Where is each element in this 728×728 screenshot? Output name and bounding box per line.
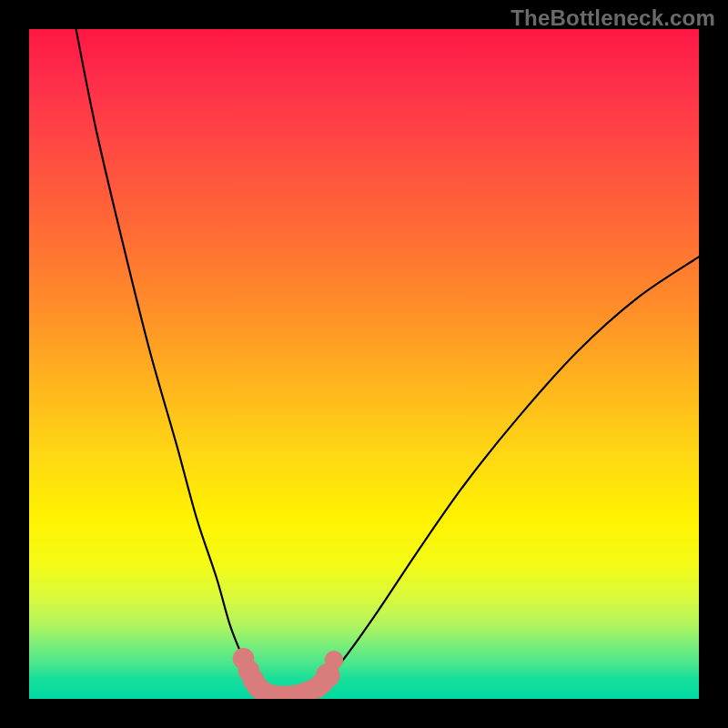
data-marker xyxy=(325,651,344,670)
curve-layer xyxy=(29,29,699,699)
plot-area xyxy=(29,29,699,699)
chart-frame: TheBottleneck.com xyxy=(0,0,728,728)
watermark-text: TheBottleneck.com xyxy=(511,5,715,31)
bottleneck-curve xyxy=(76,29,699,696)
